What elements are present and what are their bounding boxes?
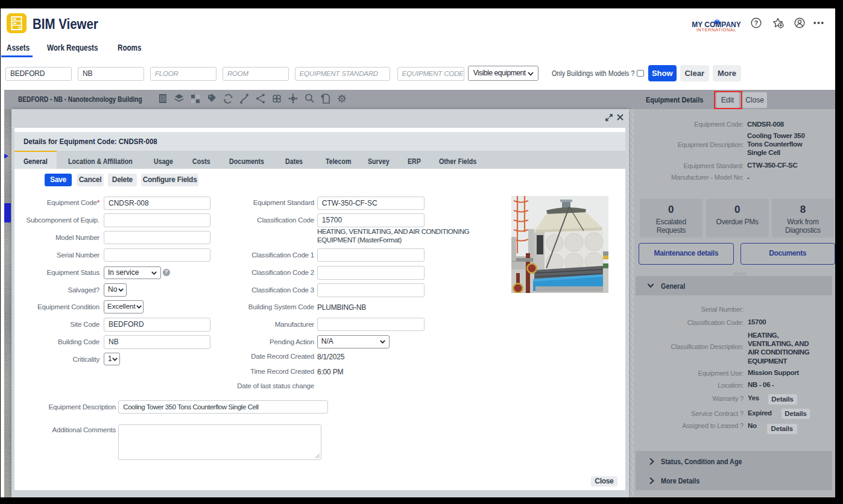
svg-text:?: ? (754, 19, 758, 27)
